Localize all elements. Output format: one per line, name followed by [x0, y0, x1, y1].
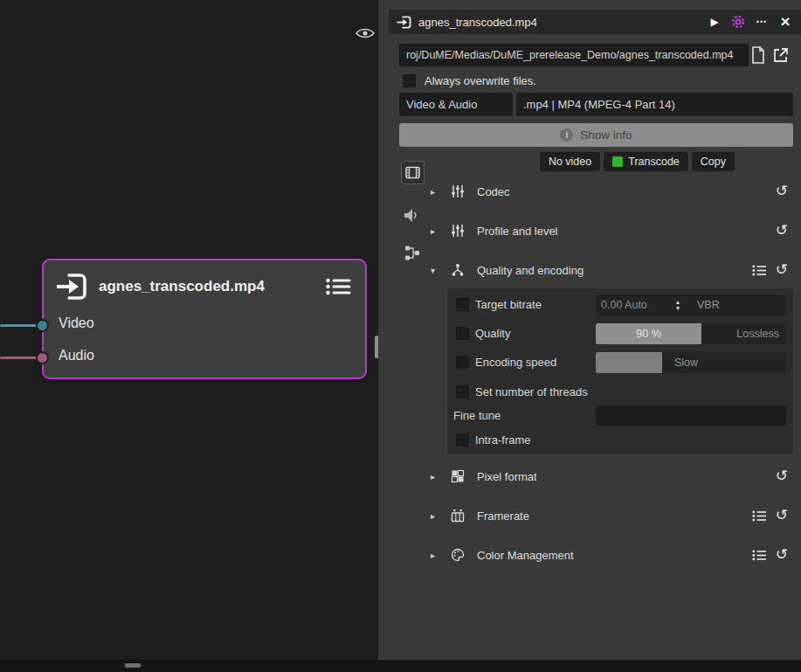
play-button[interactable]: ▶	[706, 13, 723, 31]
section-quality-encoding-label: Quality and encoding	[477, 264, 583, 277]
show-info-button[interactable]: i Show info	[399, 123, 793, 147]
format-select[interactable]: .mp4 | MP4 (MPEG-4 Part 14)	[516, 93, 793, 116]
section-color-management-label: Color Management	[477, 549, 574, 562]
quality-label: Quality	[475, 323, 510, 344]
chevron-down-icon[interactable]: ▾	[431, 266, 441, 275]
close-icon: ×	[780, 14, 790, 30]
quality-slider[interactable]: 90 % Lossless	[596, 323, 786, 344]
section-framerate[interactable]: ▸ Framerate ↺	[431, 506, 793, 525]
flow-icon	[451, 263, 465, 277]
section-profile-level-label: Profile and level	[477, 225, 558, 238]
quality-row: Quality 90 % Lossless	[447, 323, 793, 344]
transcode-label: Transcode	[628, 156, 680, 168]
audio-tab[interactable]	[403, 208, 419, 225]
audio-wire	[0, 357, 39, 359]
reset-icon[interactable]: ↺	[776, 262, 788, 278]
quality-value: 90 %	[636, 328, 661, 340]
chevron-right-icon[interactable]: ▸	[431, 472, 441, 481]
video-port-label: Video	[59, 313, 94, 334]
overwrite-checkbox[interactable]	[403, 74, 416, 87]
encoding-speed-slider[interactable]: Slow	[596, 352, 786, 373]
encoding-speed-checkbox[interactable]	[456, 356, 469, 369]
node-tree-icon	[404, 245, 420, 261]
output-arrow-icon	[56, 273, 87, 301]
target-bitrate-row: Target bitrate 0.00 Auto ▲ ▼ VBR	[447, 294, 793, 315]
video-wire	[0, 324, 39, 327]
status-bar	[0, 660, 801, 672]
reset-icon[interactable]: ↺	[776, 223, 788, 239]
chevron-right-icon[interactable]: ▸	[431, 551, 441, 560]
reset-icon[interactable]: ↺	[776, 184, 788, 199]
presets-list-icon[interactable]	[752, 550, 767, 561]
ellipsis-icon: •••	[756, 17, 767, 26]
video-port-dot[interactable]	[36, 319, 49, 332]
threads-checkbox[interactable]	[456, 385, 469, 398]
node-menu-icon[interactable]	[325, 277, 351, 296]
section-profile-level[interactable]: ▸ Profile and level ↺	[431, 221, 793, 240]
info-icon: i	[560, 128, 573, 142]
spinner-down-icon[interactable]: ▼	[675, 305, 680, 311]
framerate-icon	[451, 509, 465, 523]
audio-port-dot[interactable]	[36, 351, 49, 364]
section-color-management[interactable]: ▸ Color Management ↺	[431, 545, 793, 565]
encoding-speed-value: Slow	[674, 352, 698, 373]
transcode-swatch-icon	[612, 156, 623, 167]
panel-header: agnes_transcoded.mp4 ▶ ••• ×	[389, 10, 801, 34]
threads-row: Set number of threads	[447, 382, 793, 403]
output-panel: agnes_transcoded.mp4 ▶ ••• × roj/DuME/Me…	[378, 0, 801, 660]
palette-icon	[451, 548, 465, 562]
target-bitrate-control: 0.00 Auto ▲ ▼ VBR	[596, 294, 786, 315]
no-video-label: No video	[549, 156, 591, 168]
output-node[interactable]: agnes_transcoded.mp4 Video Audio	[42, 259, 367, 379]
chevron-right-icon[interactable]: ▸	[431, 187, 441, 197]
quality-checkbox[interactable]	[456, 327, 469, 340]
intra-frame-label: Intra-frame	[475, 430, 531, 451]
presets-list-icon[interactable]	[752, 510, 767, 522]
target-bitrate-checkbox[interactable]	[456, 298, 469, 311]
fine-tune-label: Fine tune	[453, 405, 501, 426]
presets-list-icon[interactable]	[752, 265, 767, 276]
section-codec[interactable]: ▸ Codec ↺	[431, 182, 793, 201]
bitrate-stepper[interactable]: ▲ ▼	[671, 294, 685, 315]
fine-tune-input[interactable]	[596, 405, 786, 426]
reset-icon[interactable]: ↺	[776, 468, 788, 484]
file-icon[interactable]	[751, 46, 765, 66]
video-tab[interactable]	[401, 161, 425, 184]
reset-icon[interactable]: ↺	[776, 508, 788, 523]
overwrite-label: Always overwrite files.	[425, 74, 536, 88]
no-video-button[interactable]: No video	[540, 152, 600, 171]
output-path-input[interactable]: roj/DuME/Medias/DuME_prerelease_Demo/agn…	[399, 44, 749, 66]
reset-icon[interactable]: ↺	[776, 547, 788, 563]
spinner-up-icon[interactable]: ▲	[675, 299, 680, 305]
speaker-icon	[403, 208, 419, 223]
settings-gear-icon[interactable]	[729, 13, 747, 31]
close-button[interactable]: ×	[777, 13, 794, 31]
more-options-button[interactable]: •••	[753, 13, 770, 31]
node-canvas[interactable]: agnes_transcoded.mp4 Video Audio	[0, 0, 378, 660]
scrollbar-grip[interactable]	[125, 663, 141, 668]
copy-button[interactable]: Copy	[692, 152, 735, 171]
quality-settings-panel: Target bitrate 0.00 Auto ▲ ▼ VBR Quality…	[447, 288, 793, 454]
sliders-icon	[451, 224, 465, 238]
chevron-right-icon[interactable]: ▸	[431, 511, 441, 521]
section-pixel-format[interactable]: ▸ Pixel format ↺	[431, 467, 793, 486]
panel-title: agnes_transcoded.mp4	[418, 16, 700, 29]
streams-select[interactable]: Video & Audio	[399, 93, 513, 116]
intra-frame-checkbox[interactable]	[456, 433, 469, 447]
bitrate-mode-select[interactable]: VBR	[685, 294, 786, 315]
chevron-right-icon[interactable]: ▸	[431, 226, 441, 236]
copy-label: Copy	[701, 156, 726, 168]
open-external-icon[interactable]	[772, 46, 790, 66]
section-quality-encoding[interactable]: ▾ Quality and encoding ↺	[431, 260, 793, 280]
intra-frame-row: Intra-frame	[447, 430, 793, 451]
eye-icon[interactable]	[355, 26, 376, 42]
attachments-tab[interactable]	[404, 245, 420, 264]
show-info-label: Show info	[580, 128, 632, 142]
sliders-icon	[451, 184, 465, 198]
transcode-button[interactable]: Transcode	[604, 152, 688, 171]
encoding-speed-fill	[596, 352, 662, 373]
audio-port-label: Audio	[59, 345, 94, 366]
play-icon: ▶	[710, 16, 718, 28]
eye-icon-svg	[355, 26, 376, 40]
bitrate-input[interactable]: 0.00 Auto	[596, 294, 671, 315]
